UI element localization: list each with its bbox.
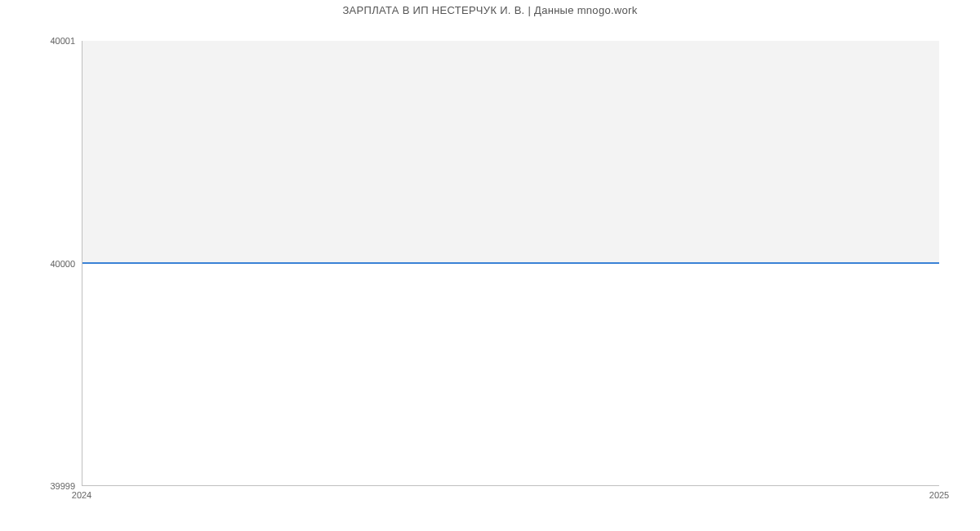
y-tick-mid: 40000 xyxy=(50,259,82,269)
plot-area xyxy=(82,41,939,486)
y-tick-top: 40001 xyxy=(50,36,82,46)
x-tick-right: 2025 xyxy=(929,486,949,500)
data-line xyxy=(82,262,939,264)
x-tick-left: 2024 xyxy=(72,486,91,500)
chart-plot: 40001 40000 39999 2024 2025 xyxy=(82,41,939,486)
grid-band xyxy=(82,41,939,263)
chart-title: ЗАРПЛАТА В ИП НЕСТЕРЧУК И. В. | Данные m… xyxy=(0,0,980,16)
